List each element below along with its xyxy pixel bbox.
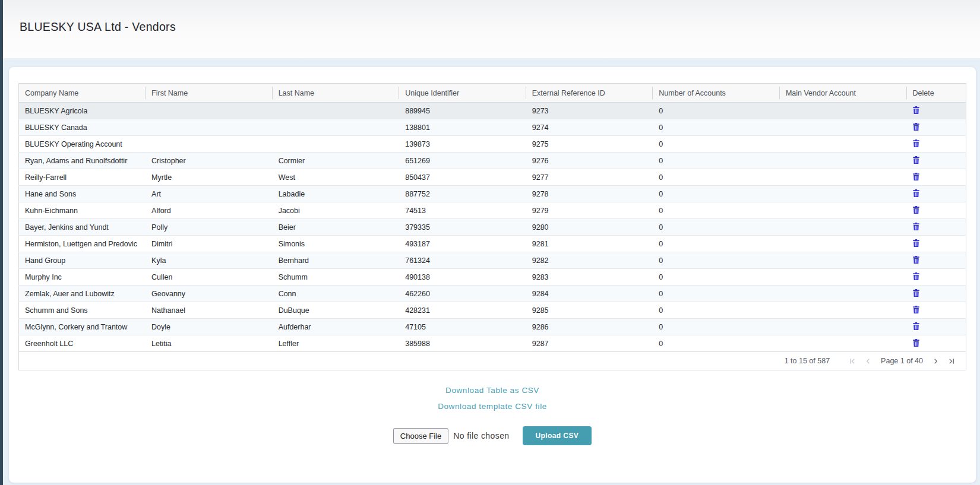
page-title: BLUESKY USA Ltd - Vendors bbox=[20, 20, 176, 34]
vendor-table-body: BLUESKY Agricola88994592730 BLUESKY Cana… bbox=[19, 103, 966, 352]
cell-unique_identifier: 379335 bbox=[399, 219, 526, 236]
cell-number_of_accounts: 0 bbox=[653, 302, 780, 319]
trash-icon bbox=[913, 339, 919, 347]
column-header-number_of_accounts[interactable]: Number of Accounts bbox=[653, 84, 780, 103]
column-header-delete[interactable]: Delete bbox=[907, 84, 966, 103]
column-header-external_reference_id[interactable]: External Reference ID bbox=[526, 84, 653, 103]
cell-number_of_accounts: 0 bbox=[653, 286, 780, 302]
cell-unique_identifier: 761324 bbox=[399, 252, 526, 269]
cell-delete bbox=[907, 202, 966, 219]
download-template-link[interactable]: Download template CSV file bbox=[18, 402, 966, 411]
delete-row-button[interactable] bbox=[913, 306, 919, 313]
cell-number_of_accounts: 0 bbox=[653, 269, 780, 286]
cell-last_name bbox=[273, 103, 400, 119]
cell-external_reference_id: 9284 bbox=[526, 286, 653, 302]
cell-last_name: Labadie bbox=[273, 186, 400, 202]
cell-first_name: Polly bbox=[146, 219, 273, 236]
delete-row-button[interactable] bbox=[913, 289, 919, 297]
prev-page-button[interactable] bbox=[862, 356, 874, 367]
cell-number_of_accounts: 0 bbox=[653, 219, 780, 236]
delete-row-button[interactable] bbox=[913, 206, 919, 214]
cell-company: Murphy Inc bbox=[19, 269, 146, 286]
cell-delete bbox=[907, 153, 966, 169]
download-table-link[interactable]: Download Table as CSV bbox=[18, 386, 966, 395]
delete-row-button[interactable] bbox=[913, 256, 919, 264]
last-page-button[interactable] bbox=[946, 356, 957, 367]
cell-unique_identifier: 385988 bbox=[399, 335, 526, 352]
cell-external_reference_id: 9286 bbox=[526, 319, 653, 335]
cell-number_of_accounts: 0 bbox=[653, 186, 780, 202]
cell-first_name bbox=[146, 119, 273, 136]
column-header-last_name[interactable]: Last Name bbox=[273, 84, 400, 103]
cell-first_name: Alford bbox=[146, 202, 273, 219]
first-page-button[interactable] bbox=[846, 356, 858, 367]
cell-external_reference_id: 9275 bbox=[526, 136, 653, 153]
cell-external_reference_id: 9280 bbox=[526, 219, 653, 236]
delete-row-button[interactable] bbox=[913, 173, 919, 180]
delete-row-button[interactable] bbox=[913, 339, 919, 347]
delete-row-button[interactable] bbox=[913, 123, 919, 131]
cell-main_vendor_account bbox=[780, 302, 907, 319]
trash-icon bbox=[913, 140, 919, 147]
cell-company: BLUESKY Operating Account bbox=[19, 136, 146, 153]
cell-delete bbox=[907, 286, 966, 302]
cell-external_reference_id: 9281 bbox=[526, 236, 653, 252]
delete-row-button[interactable] bbox=[913, 140, 919, 147]
cell-main_vendor_account bbox=[780, 169, 907, 186]
trash-icon bbox=[913, 156, 919, 164]
cell-external_reference_id: 9287 bbox=[526, 335, 653, 352]
cell-number_of_accounts: 0 bbox=[653, 319, 780, 335]
cell-company: McGlynn, Corkery and Trantow bbox=[19, 319, 146, 335]
table-row: BLUESKY Canada13880192740 bbox=[19, 119, 966, 136]
column-header-unique_identifier[interactable]: Unique Identifier bbox=[399, 84, 526, 103]
cell-company: Hermiston, Luettgen and Predovic bbox=[19, 236, 146, 252]
cell-unique_identifier: 850437 bbox=[399, 169, 526, 186]
next-page-button[interactable] bbox=[930, 356, 941, 367]
csv-actions: Download Table as CSV Download template … bbox=[18, 386, 966, 445]
table-row: BLUESKY Agricola88994592730 bbox=[19, 103, 966, 119]
cell-delete bbox=[907, 335, 966, 352]
choose-file-button[interactable]: Choose File bbox=[393, 428, 448, 444]
table-row: Schumm and SonsNathanaelDuBuque428231928… bbox=[19, 302, 966, 319]
cell-last_name bbox=[273, 119, 400, 136]
cell-company: Ryan, Adams and Runolfsdottir bbox=[19, 153, 146, 169]
cell-external_reference_id: 9285 bbox=[526, 302, 653, 319]
cell-unique_identifier: 462260 bbox=[399, 286, 526, 302]
cell-number_of_accounts: 0 bbox=[653, 335, 780, 352]
cell-number_of_accounts: 0 bbox=[653, 236, 780, 252]
delete-row-button[interactable] bbox=[913, 189, 919, 197]
cell-last_name: Leffler bbox=[273, 335, 400, 352]
trash-icon bbox=[913, 272, 919, 280]
table-row: Greenholt LLCLetitiaLeffler38598892870 bbox=[19, 335, 966, 352]
pagination-controls: Page 1 of 40 bbox=[846, 356, 957, 367]
delete-row-button[interactable] bbox=[913, 156, 919, 164]
delete-row-button[interactable] bbox=[913, 106, 919, 114]
trash-icon bbox=[913, 206, 919, 214]
cell-last_name: Cormier bbox=[273, 153, 400, 169]
delete-row-button[interactable] bbox=[913, 272, 919, 280]
cell-delete bbox=[907, 136, 966, 153]
table-row: Bayer, Jenkins and YundtPollyBeier379335… bbox=[19, 219, 966, 236]
cell-external_reference_id: 9273 bbox=[526, 103, 653, 119]
cell-unique_identifier: 47105 bbox=[399, 319, 526, 335]
trash-icon bbox=[913, 223, 919, 230]
upload-csv-button[interactable]: Upload CSV bbox=[523, 426, 592, 445]
delete-row-button[interactable] bbox=[913, 322, 919, 330]
cell-number_of_accounts: 0 bbox=[653, 153, 780, 169]
trash-icon bbox=[913, 123, 919, 131]
cell-company: Bayer, Jenkins and Yundt bbox=[19, 219, 146, 236]
cell-first_name: Geovanny bbox=[146, 286, 273, 302]
table-row: Hand GroupKylaBernhard76132492820 bbox=[19, 252, 966, 269]
cell-delete bbox=[907, 186, 966, 202]
delete-row-button[interactable] bbox=[913, 239, 919, 247]
cell-external_reference_id: 9277 bbox=[526, 169, 653, 186]
cell-first_name: Cristopher bbox=[146, 153, 273, 169]
column-header-main_vendor_account[interactable]: Main Vendor Account bbox=[780, 84, 907, 103]
column-header-first_name[interactable]: First Name bbox=[146, 84, 273, 103]
cell-first_name: Letitia bbox=[146, 335, 273, 352]
cell-last_name: Conn bbox=[273, 286, 400, 302]
cell-last_name: DuBuque bbox=[273, 302, 400, 319]
column-header-company[interactable]: Company Name bbox=[19, 84, 146, 103]
delete-row-button[interactable] bbox=[913, 223, 919, 230]
cell-delete bbox=[907, 319, 966, 335]
